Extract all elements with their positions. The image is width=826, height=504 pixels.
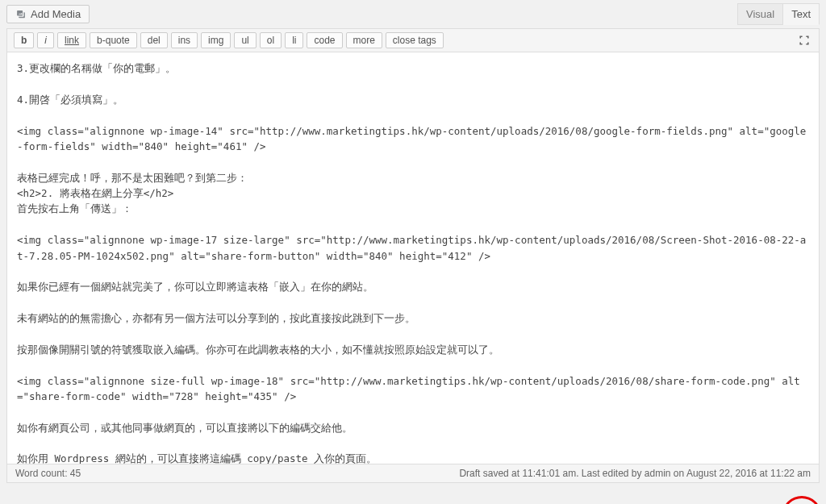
content-textarea[interactable]: 3.更改欄的名稱做「你的電郵」。 4.開啓「必須填寫」。 <img class=… [7,52,819,464]
qt-ol[interactable]: ol [260,32,282,48]
tab-text[interactable]: Text [783,3,820,25]
word-count: Word count: 45 [15,468,81,479]
qt-more[interactable]: more [346,32,382,48]
qt-del[interactable]: del [140,32,168,48]
add-media-label: Add Media [31,8,81,20]
fullscreen-icon[interactable] [796,32,812,48]
qt-close-tags[interactable]: close tags [386,32,444,48]
qt-code[interactable]: code [307,32,342,48]
qt-b[interactable]: b [14,32,34,48]
tab-visual[interactable]: Visual [737,3,783,25]
editor-wrap: bilinkb-quotedelinsimgulollicodemoreclos… [6,28,820,483]
qt-i[interactable]: i [37,32,54,48]
qt-ins[interactable]: ins [171,32,198,48]
qt-link[interactable]: link [57,32,86,48]
draft-status: Draft saved at 11:41:01 am. Last edited … [459,468,811,479]
text-toolbar: bilinkb-quotedelinsimgulollicodemoreclos… [7,28,819,52]
add-media-button[interactable]: Add Media [6,5,90,23]
editor-mode-tabs: Visual Text [737,3,820,25]
qt-b-quote[interactable]: b-quote [90,32,137,48]
qt-ul[interactable]: ul [234,32,256,48]
media-icon [15,9,27,20]
qt-li[interactable]: li [285,32,303,48]
qt-img[interactable]: img [201,32,231,48]
status-bar: Word count: 45 Draft saved at 11:41:01 a… [7,464,819,482]
